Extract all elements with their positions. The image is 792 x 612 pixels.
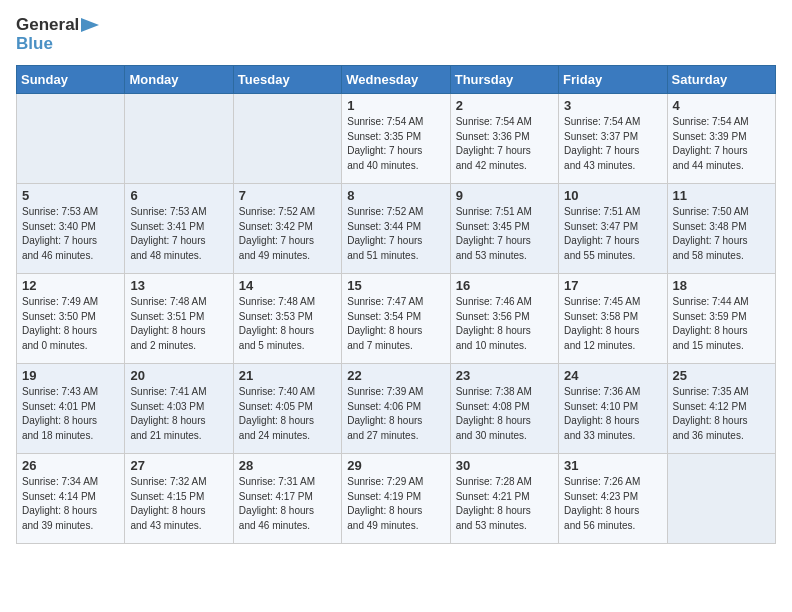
day-number: 22: [347, 368, 444, 383]
calendar-week-row: 12Sunrise: 7:49 AM Sunset: 3:50 PM Dayli…: [17, 274, 776, 364]
day-info: Sunrise: 7:34 AM Sunset: 4:14 PM Dayligh…: [22, 475, 119, 533]
day-info: Sunrise: 7:54 AM Sunset: 3:39 PM Dayligh…: [673, 115, 770, 173]
calendar-cell: 3Sunrise: 7:54 AM Sunset: 3:37 PM Daylig…: [559, 94, 667, 184]
day-info: Sunrise: 7:32 AM Sunset: 4:15 PM Dayligh…: [130, 475, 227, 533]
calendar-cell: 5Sunrise: 7:53 AM Sunset: 3:40 PM Daylig…: [17, 184, 125, 274]
day-info: Sunrise: 7:49 AM Sunset: 3:50 PM Dayligh…: [22, 295, 119, 353]
calendar-cell: 23Sunrise: 7:38 AM Sunset: 4:08 PM Dayli…: [450, 364, 558, 454]
calendar-cell: 12Sunrise: 7:49 AM Sunset: 3:50 PM Dayli…: [17, 274, 125, 364]
calendar-cell: 30Sunrise: 7:28 AM Sunset: 4:21 PM Dayli…: [450, 454, 558, 544]
day-number: 31: [564, 458, 661, 473]
day-info: Sunrise: 7:40 AM Sunset: 4:05 PM Dayligh…: [239, 385, 336, 443]
day-number: 8: [347, 188, 444, 203]
day-info: Sunrise: 7:26 AM Sunset: 4:23 PM Dayligh…: [564, 475, 661, 533]
day-info: Sunrise: 7:43 AM Sunset: 4:01 PM Dayligh…: [22, 385, 119, 443]
calendar-cell: 11Sunrise: 7:50 AM Sunset: 3:48 PM Dayli…: [667, 184, 775, 274]
day-info: Sunrise: 7:54 AM Sunset: 3:36 PM Dayligh…: [456, 115, 553, 173]
day-info: Sunrise: 7:50 AM Sunset: 3:48 PM Dayligh…: [673, 205, 770, 263]
col-header-wednesday: Wednesday: [342, 66, 450, 94]
calendar-cell: [125, 94, 233, 184]
col-header-monday: Monday: [125, 66, 233, 94]
logo-blue: Blue: [16, 35, 101, 54]
calendar-cell: 26Sunrise: 7:34 AM Sunset: 4:14 PM Dayli…: [17, 454, 125, 544]
col-header-saturday: Saturday: [667, 66, 775, 94]
day-info: Sunrise: 7:41 AM Sunset: 4:03 PM Dayligh…: [130, 385, 227, 443]
day-info: Sunrise: 7:44 AM Sunset: 3:59 PM Dayligh…: [673, 295, 770, 353]
day-info: Sunrise: 7:35 AM Sunset: 4:12 PM Dayligh…: [673, 385, 770, 443]
calendar-week-row: 1Sunrise: 7:54 AM Sunset: 3:35 PM Daylig…: [17, 94, 776, 184]
calendar-cell: 4Sunrise: 7:54 AM Sunset: 3:39 PM Daylig…: [667, 94, 775, 184]
day-info: Sunrise: 7:51 AM Sunset: 3:45 PM Dayligh…: [456, 205, 553, 263]
calendar-cell: 14Sunrise: 7:48 AM Sunset: 3:53 PM Dayli…: [233, 274, 341, 364]
calendar-cell: 18Sunrise: 7:44 AM Sunset: 3:59 PM Dayli…: [667, 274, 775, 364]
calendar-cell: 7Sunrise: 7:52 AM Sunset: 3:42 PM Daylig…: [233, 184, 341, 274]
day-number: 10: [564, 188, 661, 203]
calendar-cell: 25Sunrise: 7:35 AM Sunset: 4:12 PM Dayli…: [667, 364, 775, 454]
logo: General Blue: [16, 16, 101, 53]
day-number: 13: [130, 278, 227, 293]
calendar-cell: 9Sunrise: 7:51 AM Sunset: 3:45 PM Daylig…: [450, 184, 558, 274]
calendar-cell: 22Sunrise: 7:39 AM Sunset: 4:06 PM Dayli…: [342, 364, 450, 454]
day-info: Sunrise: 7:51 AM Sunset: 3:47 PM Dayligh…: [564, 205, 661, 263]
day-number: 11: [673, 188, 770, 203]
day-info: Sunrise: 7:53 AM Sunset: 3:40 PM Dayligh…: [22, 205, 119, 263]
day-info: Sunrise: 7:38 AM Sunset: 4:08 PM Dayligh…: [456, 385, 553, 443]
calendar-cell: 31Sunrise: 7:26 AM Sunset: 4:23 PM Dayli…: [559, 454, 667, 544]
day-info: Sunrise: 7:31 AM Sunset: 4:17 PM Dayligh…: [239, 475, 336, 533]
calendar-cell: 10Sunrise: 7:51 AM Sunset: 3:47 PM Dayli…: [559, 184, 667, 274]
day-info: Sunrise: 7:54 AM Sunset: 3:37 PM Dayligh…: [564, 115, 661, 173]
calendar-week-row: 26Sunrise: 7:34 AM Sunset: 4:14 PM Dayli…: [17, 454, 776, 544]
day-number: 30: [456, 458, 553, 473]
day-number: 17: [564, 278, 661, 293]
day-info: Sunrise: 7:52 AM Sunset: 3:44 PM Dayligh…: [347, 205, 444, 263]
day-number: 18: [673, 278, 770, 293]
calendar-week-row: 19Sunrise: 7:43 AM Sunset: 4:01 PM Dayli…: [17, 364, 776, 454]
day-number: 9: [456, 188, 553, 203]
day-info: Sunrise: 7:46 AM Sunset: 3:56 PM Dayligh…: [456, 295, 553, 353]
calendar-table: SundayMondayTuesdayWednesdayThursdayFrid…: [16, 65, 776, 544]
calendar-cell: 19Sunrise: 7:43 AM Sunset: 4:01 PM Dayli…: [17, 364, 125, 454]
day-info: Sunrise: 7:48 AM Sunset: 3:53 PM Dayligh…: [239, 295, 336, 353]
day-number: 25: [673, 368, 770, 383]
calendar-cell: [233, 94, 341, 184]
calendar-header-row: SundayMondayTuesdayWednesdayThursdayFrid…: [17, 66, 776, 94]
day-info: Sunrise: 7:47 AM Sunset: 3:54 PM Dayligh…: [347, 295, 444, 353]
col-header-tuesday: Tuesday: [233, 66, 341, 94]
day-info: Sunrise: 7:29 AM Sunset: 4:19 PM Dayligh…: [347, 475, 444, 533]
day-info: Sunrise: 7:36 AM Sunset: 4:10 PM Dayligh…: [564, 385, 661, 443]
day-number: 29: [347, 458, 444, 473]
calendar-cell: [17, 94, 125, 184]
calendar-cell: 24Sunrise: 7:36 AM Sunset: 4:10 PM Dayli…: [559, 364, 667, 454]
day-number: 4: [673, 98, 770, 113]
day-info: Sunrise: 7:39 AM Sunset: 4:06 PM Dayligh…: [347, 385, 444, 443]
day-info: Sunrise: 7:54 AM Sunset: 3:35 PM Dayligh…: [347, 115, 444, 173]
day-number: 5: [22, 188, 119, 203]
day-number: 7: [239, 188, 336, 203]
day-number: 1: [347, 98, 444, 113]
day-info: Sunrise: 7:45 AM Sunset: 3:58 PM Dayligh…: [564, 295, 661, 353]
calendar-cell: 6Sunrise: 7:53 AM Sunset: 3:41 PM Daylig…: [125, 184, 233, 274]
day-number: 3: [564, 98, 661, 113]
calendar-cell: 15Sunrise: 7:47 AM Sunset: 3:54 PM Dayli…: [342, 274, 450, 364]
col-header-friday: Friday: [559, 66, 667, 94]
day-number: 14: [239, 278, 336, 293]
calendar-week-row: 5Sunrise: 7:53 AM Sunset: 3:40 PM Daylig…: [17, 184, 776, 274]
calendar-cell: [667, 454, 775, 544]
day-info: Sunrise: 7:52 AM Sunset: 3:42 PM Dayligh…: [239, 205, 336, 263]
calendar-cell: 2Sunrise: 7:54 AM Sunset: 3:36 PM Daylig…: [450, 94, 558, 184]
calendar-cell: 16Sunrise: 7:46 AM Sunset: 3:56 PM Dayli…: [450, 274, 558, 364]
day-number: 19: [22, 368, 119, 383]
day-number: 23: [456, 368, 553, 383]
svg-marker-0: [81, 18, 99, 32]
logo-general: General: [16, 16, 79, 35]
calendar-cell: 21Sunrise: 7:40 AM Sunset: 4:05 PM Dayli…: [233, 364, 341, 454]
day-number: 21: [239, 368, 336, 383]
day-number: 24: [564, 368, 661, 383]
col-header-thursday: Thursday: [450, 66, 558, 94]
day-number: 20: [130, 368, 227, 383]
day-number: 27: [130, 458, 227, 473]
day-number: 26: [22, 458, 119, 473]
calendar-cell: 13Sunrise: 7:48 AM Sunset: 3:51 PM Dayli…: [125, 274, 233, 364]
col-header-sunday: Sunday: [17, 66, 125, 94]
day-number: 6: [130, 188, 227, 203]
